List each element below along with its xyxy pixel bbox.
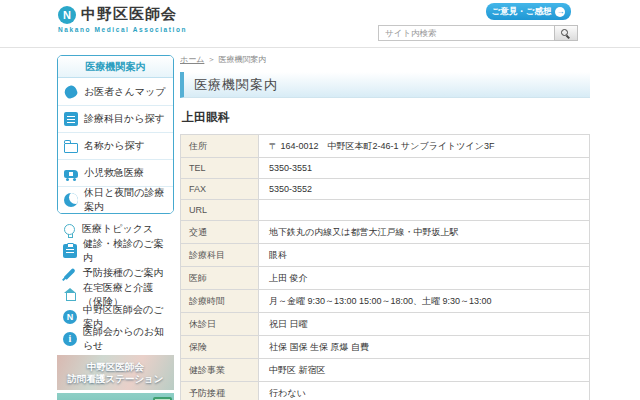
search-input[interactable] [378,25,554,41]
table-row: 保険 社保 国保 生保 原爆 自費 [181,336,589,359]
table-row-label: 診療科目 [181,244,259,266]
sidebar-item[interactable]: 診療科目から探す [58,105,173,132]
folder-icon [64,143,78,153]
page-title: 医療機関案内 [180,72,590,98]
info-icon [63,332,77,346]
table-row-value-text: 地下鉄丸の内線又は都営大江戸線・中野坂上駅 [269,227,458,237]
health-room-banner[interactable]: 「まちの保健室」 各種測定＆健康相談 [57,393,174,400]
clinic-info-table: 住所 〒 164-0012 中野区本町2-46-1 サンブライトツイン3F TE… [180,134,590,400]
sidebar-item-label: 診療科目から探す [84,112,165,126]
table-row-value: 行わない [259,382,589,400]
table-row: FAX 5350-3552 [181,179,589,200]
table-row-label: URL [181,200,259,220]
map-icon [64,84,79,99]
syringe-icon [63,266,77,280]
table-row: 交通 地下鉄丸の内線又は都営大江戸線・中野坂上駅 [181,221,589,244]
table-row-value: 月～金曜 9:30～13:00 15:00～18:00、土曜 9:30～13:0… [259,290,589,312]
table-row-value: 〒 164-0012 中野区本町2-46-1 サンブライトツイン3F [259,135,589,157]
clipboard-icon [63,244,77,258]
banner-line: 訪問看護ステーション [67,373,163,385]
table-row: 診療科目 眼科 [181,244,589,267]
sidebar-item-label: 予防接種のご案内 [83,266,163,280]
sidebar-secondary-list: 医療トピックス 健診・検診のご案内 予防接種のご案内 在宅医療と介護（保険） [57,218,174,350]
site-logo[interactable]: N 中野区医師会 Nakano Medical Association [58,5,187,33]
sidebar-item[interactable]: 名称から探す [58,132,173,159]
table-row-value: 眼科 [259,244,589,266]
table-row-label: 住所 [181,135,259,157]
main-content: ホーム＞医療機関案内 医療機関案内 上田眼科 住所 〒 164-0012 中野区… [180,54,590,400]
table-row-value-text: 〒 164-0012 中野区本町2-46-1 サンブライトツイン3F [269,141,494,151]
page: N 中野区医師会 Nakano Medical Association ご意見・… [0,0,640,400]
table-row-value-text: 月～金曜 9:30～13:00 15:00～18:00、土曜 9:30～13:0… [269,296,492,306]
note-icon [64,112,78,126]
table-row-label: 健診事業 [181,359,259,381]
table-row-value-text: 5350-3551 [269,163,312,173]
table-row: 住所 〒 164-0012 中野区本町2-46-1 サンブライトツイン3F [181,135,589,158]
table-row-label: FAX [181,179,259,199]
sidebar-item-label: 医師会からのお知らせ [83,325,168,353]
sidebar-primary-list: お医者さんマップ 診療科目から探す 名称から探す 小児救急医療 [58,78,173,213]
site-header: N 中野区医師会 Nakano Medical Association ご意見・… [0,0,640,48]
table-row-value: 中野区 新宿区 [259,359,589,381]
table-row-label: 交通 [181,221,259,243]
table-row: 診療時間 月～金曜 9:30～13:00 15:00～18:00、土曜 9:30… [181,290,589,313]
sidebar: 医療機関案内 お医者さんマップ 診療科目から探す 名称から [57,55,174,400]
table-row-value: 5350-3552 [259,179,589,199]
table-row-value-text: 5350-3552 [269,184,312,194]
table-row: URL [181,200,589,221]
table-row-value-text: 祝日 日曜 [269,319,308,329]
site-title: 中野区医師会 [81,5,177,24]
table-row: TEL 5350-3551 [181,158,589,179]
table-row-label: 保険 [181,336,259,358]
breadcrumb-current: 医療機関案内 [218,55,266,64]
breadcrumb: ホーム＞医療機関案内 [180,54,590,65]
sidebar-item-label: 名称から探す [84,139,145,153]
site-search [378,25,578,41]
table-row-value-text: 上田 俊介 [269,273,308,283]
table-row: 休診日 祝日 日曜 [181,313,589,336]
feedback-button[interactable]: ご意見・ご感想 → [486,3,571,20]
sidebar-item[interactable]: お医者さんマップ [58,78,173,105]
table-row: 予防接種 行わない [181,382,589,400]
table-row-value: 5350-3551 [259,158,589,178]
table-row-value: 上田 俊介 [259,267,589,289]
banner-line: 中野区医師会 [87,361,144,373]
visiting-nurse-banner[interactable]: 中野区医師会 訪問看護ステーション [57,355,174,390]
bulb-icon [64,224,75,235]
ncircle-icon [63,310,77,324]
site-subtitle: Nakano Medical Association [58,26,187,33]
table-row-value-text: 行わない [269,388,306,398]
sidebar-item[interactable]: 医師会からのお知らせ [57,328,174,350]
clinic-name-heading: 上田眼科 [182,109,590,126]
arrow-right-icon: → [555,7,565,17]
sidebar-item-label: 小児救急医療 [84,166,144,180]
sidebar-item-label: 健診・検診のご案内 [83,237,168,265]
breadcrumb-home-link[interactable]: ホーム [180,55,204,64]
search-button[interactable] [554,25,578,41]
search-icon [561,29,568,36]
sidebar-header: 医療機関案内 [58,56,173,78]
sidebar-item[interactable]: 休日と夜間の診療案内 [58,186,173,213]
table-row-label: 休診日 [181,313,259,335]
table-row: 医師 上田 俊介 [181,267,589,290]
sidebar-item[interactable]: 健診・検診のご案内 [57,240,174,262]
sidebar-item[interactable]: 小児救急医療 [58,159,173,186]
table-row-value [259,200,589,220]
sidebar-item-label: 休日と夜間の診療案内 [84,186,167,214]
table-row-value-text: 眼科 [269,250,287,260]
table-row-value-text: 中野区 新宿区 [269,365,326,375]
table-row-label: 診療時間 [181,290,259,312]
breadcrumb-separator: ＞ [207,55,215,64]
feedback-button-label: ご意見・ご感想 [492,6,552,18]
table-row: 健診事業 中野区 新宿区 [181,359,589,382]
house-icon [63,288,77,302]
table-row-label: 予防接種 [181,382,259,400]
table-row-value-text: 社保 国保 生保 原爆 自費 [269,342,369,352]
sidebar-item-label: 医療トピックス [82,222,153,236]
table-row-label: TEL [181,158,259,178]
ambulance-icon [64,170,78,178]
sidebar-primary-box: 医療機関案内 お医者さんマップ 診療科目から探す 名称から [57,55,174,214]
sidebar-item-label: お医者さんマップ [84,85,165,99]
table-row-value: 地下鉄丸の内線又は都営大江戸線・中野坂上駅 [259,221,589,243]
table-row-label: 医師 [181,267,259,289]
